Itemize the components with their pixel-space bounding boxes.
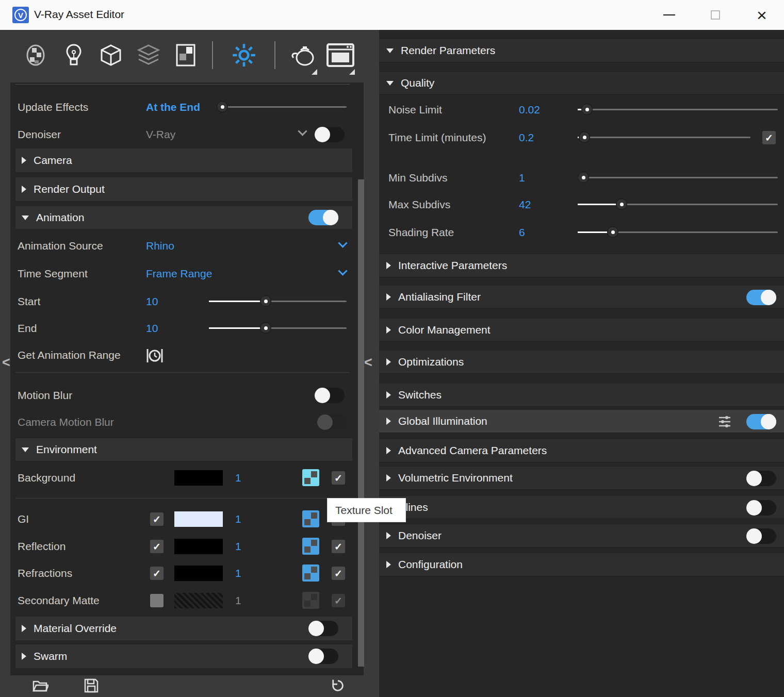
end-value[interactable]: 10	[146, 322, 158, 335]
collapse-panel-icon[interactable]: <	[364, 355, 372, 371]
volumetric-environment-toggle[interactable]	[746, 471, 776, 486]
gi-multiplier[interactable]: 1	[235, 513, 241, 525]
close-button[interactable]: ×	[747, 0, 776, 30]
secondary-matte-enable-checkbox[interactable]: ✓	[150, 594, 164, 607]
animation-toggle[interactable]	[308, 210, 338, 225]
shading-rate-slider[interactable]	[578, 231, 778, 233]
collapse-left-icon[interactable]: <	[2, 355, 10, 371]
update-effects-value[interactable]: At the End	[146, 101, 200, 113]
section-configuration[interactable]: Configuration	[379, 553, 784, 576]
gi-options-sliders-icon[interactable]	[717, 414, 732, 429]
time-segment-value[interactable]: Frame Range	[146, 268, 212, 280]
section-camera[interactable]: Camera	[15, 148, 352, 172]
section-optimizations[interactable]: Optimizations	[379, 350, 784, 374]
render-flyout-indicator[interactable]	[312, 69, 317, 75]
refractions-enable-checkbox[interactable]: ✓	[150, 567, 164, 580]
section-interactive-parameters[interactable]: Interactive Parameters	[379, 254, 784, 277]
time-limit-value[interactable]: 0.2	[519, 131, 534, 144]
vray-logo-icon: V	[12, 7, 29, 23]
reflection-multiplier[interactable]: 1	[235, 540, 241, 553]
section-antialiasing-filter[interactable]: Antialiasing Filter	[379, 285, 784, 309]
time-limit-slider[interactable]	[578, 137, 750, 138]
min-subdivs-slider[interactable]	[578, 177, 778, 178]
background-color-swatch[interactable]	[174, 470, 223, 486]
reflection-enable-checkbox[interactable]: ✓	[150, 540, 164, 553]
update-effects-row: Update Effects At the End	[10, 95, 364, 119]
motion-blur-toggle[interactable]	[315, 388, 345, 403]
section-denoiser[interactable]: Denoiser	[379, 524, 784, 547]
end-slider[interactable]	[209, 327, 347, 329]
layers-button[interactable]	[135, 41, 162, 69]
open-folder-icon[interactable]	[32, 678, 48, 693]
render-parameters-header[interactable]: Render Parameters	[379, 39, 784, 62]
denoiser-value[interactable]: V-Ray	[146, 128, 175, 141]
denoiser-dropdown-chevron-icon[interactable]	[298, 126, 307, 136]
background-multiplier[interactable]: 1	[235, 472, 241, 484]
section-material-override[interactable]: Material Override	[15, 617, 352, 640]
global-illumination-toggle[interactable]	[746, 414, 776, 429]
update-effects-slider[interactable]	[217, 106, 347, 108]
reflection-texture-slot[interactable]	[302, 538, 319, 555]
quality-header[interactable]: Quality	[379, 71, 784, 95]
group-separator	[15, 372, 350, 373]
layers-icon	[137, 43, 160, 67]
reflection-color-swatch[interactable]	[174, 539, 223, 554]
camera-motion-blur-label: Camera Motion Blur	[18, 416, 114, 428]
section-switches[interactable]: Switches	[379, 383, 784, 407]
animation-source-value[interactable]: Rhino	[146, 240, 174, 252]
get-animation-range-clock-icon[interactable]	[146, 347, 164, 364]
reflection-texture-checkbox[interactable]: ✓	[332, 540, 345, 553]
section-outlines[interactable]: utlines	[379, 495, 784, 519]
start-value[interactable]: 10	[146, 295, 158, 308]
outlines-toggle[interactable]	[746, 500, 776, 516]
lights-button[interactable]	[60, 41, 88, 69]
noise-limit-slider[interactable]	[578, 109, 778, 110]
max-subdivs-value[interactable]: 42	[519, 198, 531, 211]
section-volumetric-environment[interactable]: Volumetric Environment	[379, 466, 784, 490]
minimize-button[interactable]	[655, 0, 683, 30]
swarm-toggle[interactable]	[308, 649, 338, 664]
section-animation[interactable]: Animation	[15, 206, 352, 229]
antialiasing-filter-toggle[interactable]	[746, 290, 776, 305]
maximize-button[interactable]	[701, 0, 730, 30]
time-limit-checkbox[interactable]: ✓	[762, 131, 776, 144]
materials-button[interactable]	[22, 41, 50, 69]
gi-enable-checkbox[interactable]: ✓	[150, 512, 164, 526]
textures-button[interactable]	[172, 41, 200, 69]
settings-button[interactable]	[230, 41, 258, 69]
section-global-illumination[interactable]: Global Illumination	[379, 409, 784, 433]
denoiser-toggle[interactable]	[315, 127, 345, 142]
animation-source-dropdown-chevron-icon[interactable]	[338, 238, 347, 247]
swarm-section-label: Swarm	[34, 650, 67, 662]
gi-color-swatch[interactable]	[174, 511, 223, 527]
frame-buffer-flyout-indicator[interactable]	[349, 69, 355, 75]
material-override-toggle[interactable]	[308, 621, 338, 636]
refractions-color-swatch[interactable]	[174, 566, 223, 581]
section-advanced-camera-parameters[interactable]: Advanced Camera Parameters	[379, 439, 784, 462]
background-checkbox[interactable]: ✓	[332, 471, 345, 485]
settings-panel-scrollbar[interactable]	[358, 179, 364, 667]
shading-rate-value[interactable]: 6	[519, 226, 525, 239]
section-render-output[interactable]: Render Output	[15, 177, 352, 201]
frame-buffer-button[interactable]	[324, 41, 356, 69]
time-segment-dropdown-chevron-icon[interactable]	[338, 266, 347, 275]
background-texture-slot[interactable]	[302, 469, 319, 486]
max-subdivs-slider[interactable]	[578, 204, 778, 205]
section-color-management[interactable]: Color Management	[379, 318, 784, 342]
refractions-multiplier[interactable]: 1	[235, 567, 241, 579]
update-effects-label: Update Effects	[18, 101, 88, 113]
environment-background-row: Background 1 ✓	[10, 466, 364, 490]
refractions-texture-checkbox[interactable]: ✓	[332, 567, 345, 580]
noise-limit-value[interactable]: 0.02	[519, 104, 540, 116]
undo-icon[interactable]	[330, 678, 346, 693]
render-button[interactable]	[287, 41, 318, 69]
denoiser-section-toggle[interactable]	[746, 528, 776, 544]
save-icon[interactable]	[84, 678, 99, 693]
min-subdivs-value[interactable]: 1	[519, 172, 525, 184]
refractions-texture-slot[interactable]	[302, 565, 319, 582]
gi-texture-slot[interactable]	[302, 510, 319, 527]
start-slider[interactable]	[209, 301, 347, 302]
section-environment[interactable]: Environment	[15, 438, 352, 461]
section-swarm[interactable]: Swarm	[15, 644, 352, 668]
geometry-button[interactable]	[97, 41, 125, 69]
